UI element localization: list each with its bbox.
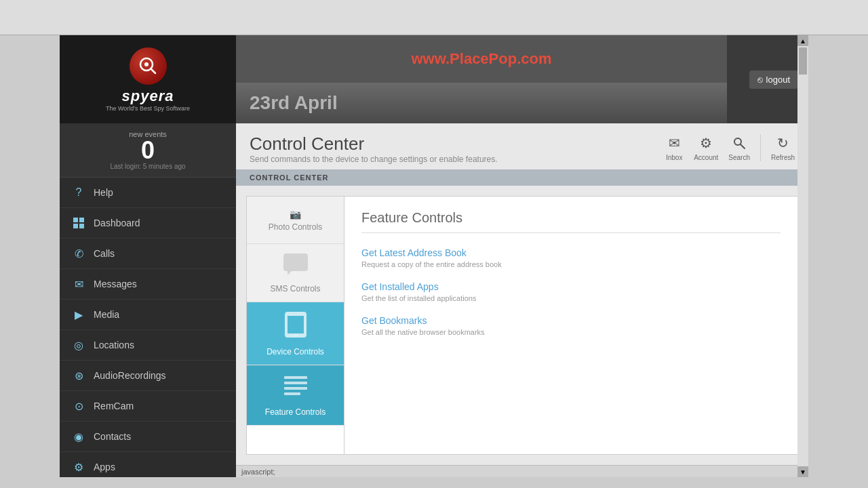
sidebar-item-audiorecordings[interactable]: ⊛ AudioRecordings (60, 361, 236, 391)
status-text: javascript; (241, 468, 275, 476)
get-bookmarks-link[interactable]: Get Bookmarks (361, 315, 427, 326)
nav-label-media: Media (94, 309, 119, 320)
svg-rect-5 (73, 224, 78, 228)
app-header: spyera The World's Best Spy Software www… (60, 35, 808, 123)
logout-icon: ⎋ (757, 75, 763, 85)
svg-rect-4 (79, 218, 84, 222)
nav-label-dashboard: Dashboard (94, 218, 140, 228)
app-body: new events 0 Last login: 5 minutes ago ?… (60, 123, 808, 477)
toolbar-inbox-label: Inbox (666, 154, 682, 161)
locations-icon: ◎ (72, 338, 85, 352)
panel-device-label: Device Controls (267, 347, 324, 357)
browser-top-bar (0, 0, 868, 35)
svg-rect-14 (284, 376, 307, 379)
get-address-book-link[interactable]: Get Latest Address Book (361, 247, 467, 258)
installed-apps-desc: Get the list of installed applications (361, 294, 781, 302)
status-bar: javascript; (236, 465, 808, 477)
svg-marker-10 (288, 271, 292, 275)
scroll-up-button[interactable]: ▲ (797, 35, 808, 46)
toolbar-refresh-label: Refresh (771, 154, 795, 161)
nav-label-calls: Calls (94, 248, 115, 259)
sidebar-nav: ? Help Dashboard ✆ Calls ✉ (60, 178, 236, 477)
inbox-icon: ✉ (665, 134, 684, 152)
sidebar-item-contacts[interactable]: ◉ Contacts (60, 422, 236, 452)
app-container: spyera The World's Best Spy Software www… (60, 35, 808, 477)
nav-label-apps: Apps (94, 462, 115, 472)
header-actions: ⎋ logout (727, 35, 808, 123)
page-header: Control Center Send commands to the devi… (236, 123, 808, 169)
svg-rect-9 (283, 253, 308, 271)
nav-label-audiorecordings: AudioRecordings (94, 370, 166, 381)
logo-icon (130, 47, 167, 85)
bookmarks-desc: Get all the native browser bookmarks (361, 328, 781, 336)
new-events-box: new events 0 Last login: 5 minutes ago (60, 123, 236, 178)
toolbar-search[interactable]: Search (728, 134, 750, 161)
logout-label: logout (766, 75, 790, 85)
feature-controls-icon (283, 373, 309, 405)
toolbar-account-label: Account (694, 154, 718, 161)
account-icon: ⚙ (696, 134, 715, 152)
nav-label-remcam: RemCam (94, 401, 134, 411)
messages-icon: ✉ (72, 277, 85, 291)
panel-sms-controls[interactable]: SMS Controls (247, 244, 344, 302)
sidebar-item-calls[interactable]: ✆ Calls (60, 239, 236, 269)
svg-line-2 (151, 68, 155, 73)
svg-rect-6 (79, 224, 84, 228)
sidebar-item-dashboard[interactable]: Dashboard (60, 208, 236, 239)
header-middle: www.PlacePop.com 23rd April (236, 35, 727, 123)
sidebar-item-messages[interactable]: ✉ Messages (60, 269, 236, 300)
photo-controls-icon: 📷 (290, 209, 301, 220)
breadcrumb: CONTROL CENTER (236, 169, 808, 186)
last-login-text: Last login: 5 minutes ago (66, 163, 229, 170)
logout-button[interactable]: ⎋ logout (749, 70, 798, 89)
sidebar-item-media[interactable]: ▶ Media (60, 300, 236, 330)
header-date: 23rd April (250, 92, 338, 114)
page-title-area: Control Center Send commands to the devi… (250, 134, 498, 164)
calls-icon: ✆ (72, 247, 85, 260)
nav-label-locations: Locations (94, 340, 134, 350)
feature-link-item-installed-apps: Get Installed Apps Get the list of insta… (361, 281, 781, 302)
scroll-track (797, 46, 808, 466)
feature-panel: Feature Controls Get Latest Address Book… (344, 196, 798, 455)
audiorecordings-icon: ⊛ (72, 369, 85, 382)
svg-point-1 (144, 62, 149, 66)
page-title: Control Center (250, 134, 498, 155)
apps-icon: ⚙ (72, 460, 85, 474)
svg-rect-15 (284, 382, 307, 384)
svg-rect-16 (284, 387, 307, 390)
nav-label-contacts: Contacts (94, 431, 131, 442)
toolbar-refresh[interactable]: ↻ Refresh (771, 134, 795, 161)
svg-rect-13 (293, 335, 298, 337)
toolbar-account[interactable]: ⚙ Account (694, 134, 718, 161)
panel-device-controls[interactable]: Device Controls (247, 302, 344, 365)
help-icon: ? (72, 186, 85, 199)
toolbar-divider (760, 134, 761, 161)
logo-tagline: The World's Best Spy Software (106, 105, 190, 112)
feature-divider (361, 232, 781, 233)
header-toolbar: ✉ Inbox ⚙ Account Search (665, 134, 795, 161)
header-date-bar: 23rd April (236, 83, 727, 123)
toolbar-inbox[interactable]: ✉ Inbox (665, 134, 684, 161)
svg-rect-3 (73, 218, 78, 222)
sidebar-item-remcam[interactable]: ⊙ RemCam (60, 391, 236, 422)
search-icon (730, 134, 749, 152)
panel-photo-label: Photo Controls (269, 222, 322, 232)
scroll-thumb[interactable] (799, 47, 807, 75)
sidebar-item-help[interactable]: ? Help (60, 178, 236, 208)
sidebar-item-apps[interactable]: ⚙ Apps (60, 452, 236, 477)
new-events-count: 0 (66, 138, 229, 163)
browser-window: spyera The World's Best Spy Software www… (0, 0, 868, 488)
panels-sidebar: 📷 Photo Controls SMS Controls (246, 196, 344, 455)
sidebar-item-locations[interactable]: ◎ Locations (60, 330, 236, 361)
scrollbar[interactable]: ▲ ▼ (797, 35, 808, 477)
scroll-down-button[interactable]: ▼ (797, 466, 808, 477)
panel-sms-label: SMS Controls (270, 284, 320, 293)
panel-photo-controls[interactable]: 📷 Photo Controls (247, 197, 344, 244)
svg-rect-12 (288, 316, 304, 333)
header-banner: www.PlacePop.com (236, 35, 727, 83)
control-content: 📷 Photo Controls SMS Controls (236, 186, 808, 465)
contacts-icon: ◉ (72, 430, 85, 443)
get-installed-apps-link[interactable]: Get Installed Apps (361, 281, 439, 292)
device-controls-icon (283, 310, 308, 344)
panel-feature-controls[interactable]: Feature Controls (247, 365, 344, 426)
